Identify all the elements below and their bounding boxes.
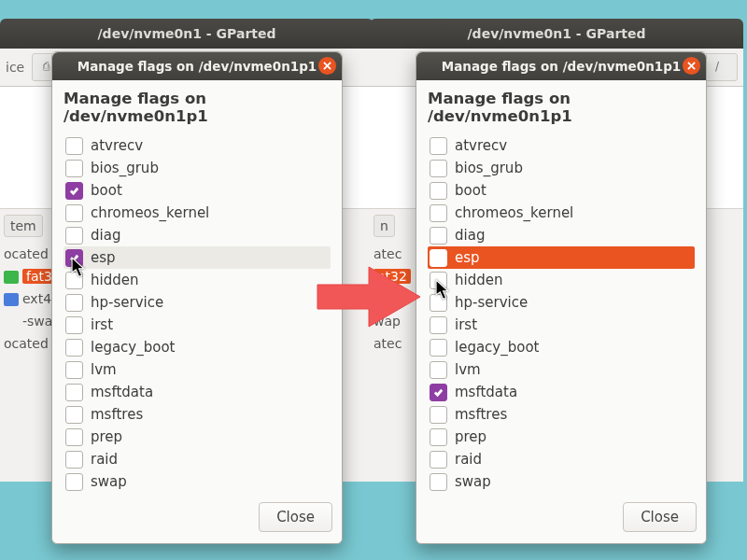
- flag-row-diag[interactable]: diag: [63, 224, 331, 246]
- flag-row-chromeos_kernel[interactable]: chromeos_kernel: [428, 202, 695, 224]
- flag-row-hidden[interactable]: hidden: [63, 269, 331, 291]
- toolbar-fragment: ice: [6, 60, 24, 75]
- flag-label: lvm: [455, 361, 481, 378]
- flag-label: prep: [455, 428, 486, 445]
- flag-row-irst[interactable]: irst: [428, 314, 695, 336]
- flag-checkbox-hidden[interactable]: [430, 272, 447, 289]
- flag-checkbox-diag[interactable]: [430, 227, 447, 245]
- flag-checkbox-hidden[interactable]: [65, 272, 83, 289]
- flag-label: msftdata: [91, 384, 153, 400]
- flag-row-lvm[interactable]: lvm: [63, 358, 331, 381]
- flag-row-boot[interactable]: boot: [63, 179, 331, 202]
- flag-row-hp-service[interactable]: hp-service: [428, 291, 695, 314]
- flag-checkbox-esp[interactable]: [430, 249, 447, 267]
- flag-row-esp[interactable]: esp: [428, 246, 695, 269]
- close-icon: [323, 62, 331, 70]
- flag-row-msftdata[interactable]: msftdata: [63, 381, 331, 403]
- window-close-button[interactable]: [318, 57, 336, 75]
- dialog-header: Manage flags on /dev/nvme0n1p1: [428, 90, 695, 125]
- manage-flags-dialog-before: Manage flags on /dev/nvme0n1p1 Manage fl…: [51, 51, 343, 544]
- flag-row-boot[interactable]: boot: [428, 179, 695, 202]
- parent-window-title-right: /dev/nvme0n1 - GParted: [370, 19, 743, 49]
- flag-row-legacy_boot[interactable]: legacy_boot: [428, 336, 695, 358]
- flag-label: msftdata: [455, 384, 517, 400]
- flag-checkbox-prep[interactable]: [65, 428, 83, 446]
- flag-label: msftres: [455, 406, 507, 423]
- flag-row-bios_grub[interactable]: bios_grub: [428, 157, 695, 179]
- flag-checkbox-raid[interactable]: [65, 451, 83, 469]
- flag-checkbox-hp-service[interactable]: [430, 294, 447, 312]
- flag-row-atvrecv[interactable]: atvrecv: [63, 134, 331, 157]
- dialog-title: Manage flags on /dev/nvme0n1p1: [78, 59, 317, 74]
- flag-label: hidden: [455, 272, 502, 288]
- flag-label: hp-service: [91, 294, 163, 311]
- flag-row-irst[interactable]: irst: [63, 314, 331, 336]
- flag-label: raid: [91, 451, 118, 468]
- flag-row-esp[interactable]: esp: [63, 246, 331, 269]
- flag-checkbox-legacy_boot[interactable]: [65, 339, 83, 357]
- flag-label: irst: [455, 316, 477, 333]
- flag-checkbox-chromeos_kernel[interactable]: [430, 204, 447, 222]
- flag-row-raid[interactable]: raid: [63, 448, 331, 470]
- flag-label: prep: [91, 428, 122, 445]
- flag-checkbox-msftres[interactable]: [430, 406, 447, 424]
- flag-row-swap[interactable]: swap: [63, 470, 331, 493]
- flag-checkbox-esp[interactable]: [65, 249, 83, 267]
- flag-label: diag: [91, 227, 120, 244]
- flag-label: irst: [91, 316, 113, 333]
- flag-checkbox-atvrecv[interactable]: [65, 137, 83, 155]
- flag-checkbox-atvrecv[interactable]: [430, 137, 447, 155]
- flag-checkbox-swap[interactable]: [430, 473, 447, 491]
- flag-label: atvrecv: [91, 137, 143, 154]
- flag-checkbox-chromeos_kernel[interactable]: [65, 204, 83, 222]
- dialog-titlebar[interactable]: Manage flags on /dev/nvme0n1p1: [52, 52, 342, 80]
- flag-row-bios_grub[interactable]: bios_grub: [63, 157, 331, 179]
- flag-row-prep[interactable]: prep: [428, 426, 695, 448]
- flag-checkbox-boot[interactable]: [65, 182, 83, 200]
- close-button[interactable]: Close: [259, 502, 332, 532]
- flag-checkbox-bios_grub[interactable]: [430, 160, 447, 177]
- flag-checkbox-legacy_boot[interactable]: [430, 339, 447, 357]
- flag-label: msftres: [91, 406, 143, 423]
- flag-checkbox-swap[interactable]: [65, 473, 83, 491]
- flag-checkbox-bios_grub[interactable]: [65, 160, 83, 177]
- flag-checkbox-lvm[interactable]: [430, 361, 447, 379]
- flag-checkbox-msftdata[interactable]: [430, 384, 447, 401]
- flag-row-legacy_boot[interactable]: legacy_boot: [63, 336, 331, 358]
- dialog-title: Manage flags on /dev/nvme0n1p1: [442, 59, 681, 74]
- flag-checkbox-raid[interactable]: [430, 451, 447, 469]
- dialog-header: Manage flags on /dev/nvme0n1p1: [63, 90, 331, 125]
- close-button[interactable]: Close: [623, 502, 697, 532]
- flag-label: esp: [91, 249, 116, 266]
- flag-row-swap[interactable]: swap: [428, 470, 695, 493]
- flag-checkbox-msftres[interactable]: [65, 406, 83, 424]
- flag-checkbox-hp-service[interactable]: [65, 294, 83, 312]
- flag-row-prep[interactable]: prep: [63, 426, 331, 448]
- flag-row-raid[interactable]: raid: [428, 448, 695, 470]
- flag-row-msftres[interactable]: msftres: [428, 403, 695, 426]
- flag-row-msftdata[interactable]: msftdata: [428, 381, 695, 403]
- dialog-titlebar[interactable]: Manage flags on /dev/nvme0n1p1: [416, 52, 706, 80]
- flag-checkbox-irst[interactable]: [65, 316, 83, 334]
- flag-checkbox-prep[interactable]: [430, 428, 447, 446]
- close-icon: [687, 62, 696, 70]
- flag-checkbox-msftdata[interactable]: [65, 384, 83, 401]
- flag-checkbox-diag[interactable]: [65, 227, 83, 245]
- window-close-button[interactable]: [683, 57, 700, 75]
- flag-checkbox-boot[interactable]: [430, 182, 447, 200]
- flag-row-diag[interactable]: diag: [428, 224, 695, 246]
- flag-row-atvrecv[interactable]: atvrecv: [428, 134, 695, 157]
- flag-checkbox-irst[interactable]: [430, 316, 447, 334]
- flag-row-lvm[interactable]: lvm: [428, 358, 695, 381]
- flag-label: chromeos_kernel: [455, 204, 573, 221]
- flag-label: hp-service: [455, 294, 528, 311]
- flag-row-msftres[interactable]: msftres: [63, 403, 331, 426]
- flag-label: swap: [91, 473, 127, 490]
- flag-label: chromeos_kernel: [91, 204, 209, 221]
- flag-row-hp-service[interactable]: hp-service: [63, 291, 331, 314]
- flag-row-chromeos_kernel[interactable]: chromeos_kernel: [63, 202, 331, 224]
- flag-row-hidden[interactable]: hidden: [428, 269, 695, 291]
- flag-label: legacy_boot: [91, 339, 176, 356]
- flag-checkbox-lvm[interactable]: [65, 361, 83, 379]
- column-header: tem: [4, 215, 43, 237]
